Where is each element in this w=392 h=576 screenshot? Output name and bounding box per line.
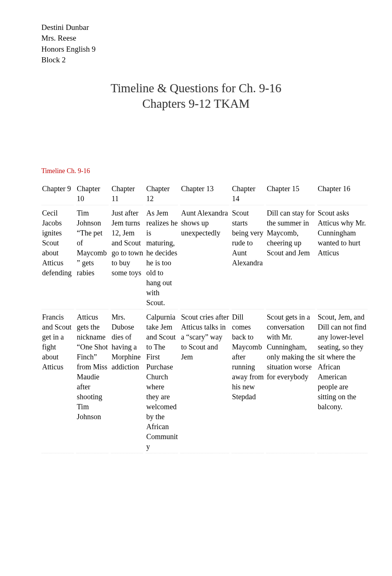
table-cell: Aunt Alexandra shows up unexpectedly [180, 206, 231, 310]
timeline-table: Chapter 9 Chapter 10 Chapter 11 Chapter … [41, 182, 370, 454]
table-cell: Atticus gets the nickname “One Shot Finc… [76, 310, 111, 454]
table-header-cell: Chapter 11 [111, 182, 145, 206]
document-title: Timeline & Questions for Ch. 9-16 Chapte… [0, 80, 392, 112]
table-header-cell: Chapter 13 [180, 182, 231, 206]
table-cell: Dill comes back to Maycomb after running… [231, 310, 266, 454]
table-cell: Scout starts being very rude to Aunt Ale… [231, 206, 266, 310]
title-line-2: Chapters 9-12 TKAM [0, 96, 392, 112]
table-row: Francis and Scout get in a fight about A… [41, 310, 370, 454]
teacher-name: Mrs. Reese [41, 33, 392, 44]
table-cell: Scout, Jem, and Dill can not find any lo… [317, 310, 370, 454]
table-header-cell: Chapter 15 [266, 182, 317, 206]
student-name: Destini Dunbar [41, 22, 392, 33]
section-label: Timeline Ch. 9-16 [0, 167, 392, 175]
block-line: Block 2 [41, 55, 392, 65]
table-cell: Dill can stay for the summer in Maycomb,… [266, 206, 317, 310]
timeline-table-wrap: Chapter 9 Chapter 10 Chapter 11 Chapter … [0, 182, 392, 454]
table-row: Cecil Jacobs ignites Scout about Atticus… [41, 206, 370, 310]
table-header-row: Chapter 9 Chapter 10 Chapter 11 Chapter … [41, 182, 370, 206]
table-cell: Scout cries after Atticus talks in a “sc… [180, 310, 231, 454]
table-cell: Just after Jem turns 12, Jem and Scout g… [111, 206, 145, 310]
table-cell: Scout asks Atticus why Mr. Cunningham wa… [317, 206, 370, 310]
table-cell: Tim Johnson “The pet of Maycomb” gets ra… [76, 206, 111, 310]
class-name: Honors English 9 [41, 44, 392, 55]
table-header-cell: Chapter 16 [317, 182, 370, 206]
document-header: Destini Dunbar Mrs. Reese Honors English… [0, 22, 392, 66]
table-header-cell: Chapter 10 [76, 182, 111, 206]
title-line-1: Timeline & Questions for Ch. 9-16 [0, 80, 392, 96]
table-cell: Scout gets in a conversation with Mr. Cu… [266, 310, 317, 454]
table-header-cell: Chapter 9 [41, 182, 76, 206]
table-cell: Calpurnia take Jem and Scout to The Firs… [145, 310, 180, 454]
table-cell: Cecil Jacobs ignites Scout about Atticus… [41, 206, 76, 310]
table-cell: Mrs. Dubose dies of having a Morphine ad… [111, 310, 145, 454]
table-cell: As Jem realizes he is maturing, he decid… [145, 206, 180, 310]
table-cell: Francis and Scout get in a fight about A… [41, 310, 76, 454]
table-header-cell: Chapter 14 [231, 182, 266, 206]
table-header-cell: Chapter 12 [145, 182, 180, 206]
